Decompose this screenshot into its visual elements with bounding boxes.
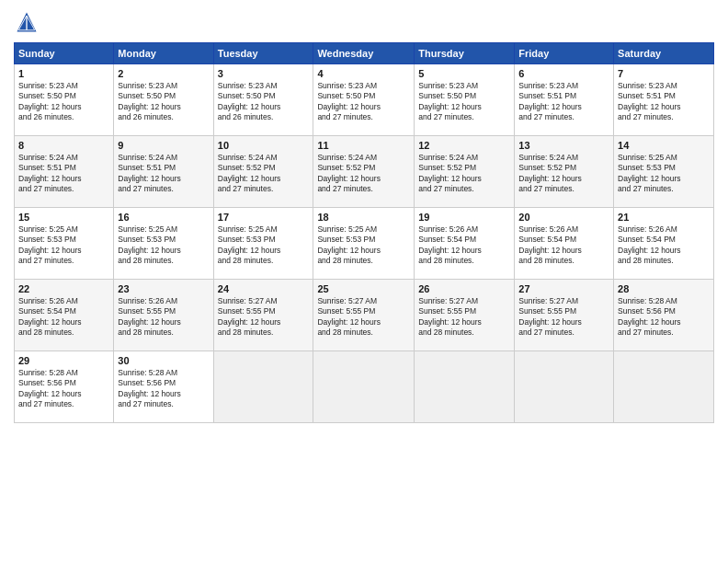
day-info: Sunrise: 5:28 AM Sunset: 5:56 PM Dayligh… [18, 368, 109, 410]
calendar-cell: 26Sunrise: 5:27 AM Sunset: 5:55 PM Dayli… [415, 280, 515, 351]
day-number: 2 [118, 68, 209, 79]
day-info: Sunrise: 5:26 AM Sunset: 5:55 PM Dayligh… [118, 296, 209, 339]
calendar-week-1: 1Sunrise: 5:23 AM Sunset: 5:50 PM Daylig… [15, 64, 714, 136]
calendar-cell: 1Sunrise: 5:23 AM Sunset: 5:50 PM Daylig… [15, 64, 114, 136]
day-info: Sunrise: 5:26 AM Sunset: 5:54 PM Dayligh… [518, 224, 609, 267]
day-info: Sunrise: 5:24 AM Sunset: 5:52 PM Dayligh… [518, 153, 609, 195]
calendar-cell: 7Sunrise: 5:23 AM Sunset: 5:51 PM Daylig… [614, 64, 714, 136]
header-cell-thursday: Thursday [415, 43, 515, 64]
day-number: 9 [118, 140, 209, 151]
day-number: 13 [518, 140, 609, 151]
day-info: Sunrise: 5:25 AM Sunset: 5:53 PM Dayligh… [618, 153, 710, 195]
calendar-cell: 28Sunrise: 5:28 AM Sunset: 5:56 PM Dayli… [614, 280, 714, 351]
calendar-cell: 2Sunrise: 5:23 AM Sunset: 5:50 PM Daylig… [114, 64, 213, 136]
day-info: Sunrise: 5:27 AM Sunset: 5:55 PM Dayligh… [418, 296, 510, 339]
day-number: 24 [218, 283, 310, 294]
day-info: Sunrise: 5:26 AM Sunset: 5:54 PM Dayligh… [18, 296, 109, 339]
day-number: 11 [317, 140, 410, 151]
calendar-cell: 30Sunrise: 5:28 AM Sunset: 5:56 PM Dayli… [114, 351, 213, 423]
calendar-cell: 19Sunrise: 5:26 AM Sunset: 5:54 PM Dayli… [415, 208, 515, 280]
day-number: 29 [18, 355, 109, 366]
calendar-cell [515, 351, 614, 423]
day-info: Sunrise: 5:25 AM Sunset: 5:53 PM Dayligh… [18, 224, 109, 267]
calendar-cell [213, 351, 313, 423]
day-info: Sunrise: 5:25 AM Sunset: 5:53 PM Dayligh… [118, 224, 209, 267]
calendar-cell [313, 351, 415, 423]
calendar-cell: 11Sunrise: 5:24 AM Sunset: 5:52 PM Dayli… [313, 136, 415, 208]
calendar-cell: 27Sunrise: 5:27 AM Sunset: 5:55 PM Dayli… [515, 280, 614, 351]
calendar-cell: 22Sunrise: 5:26 AM Sunset: 5:54 PM Dayli… [15, 280, 114, 351]
calendar-cell: 25Sunrise: 5:27 AM Sunset: 5:55 PM Dayli… [313, 280, 415, 351]
day-number: 28 [618, 283, 710, 294]
day-number: 22 [18, 283, 109, 294]
day-info: Sunrise: 5:23 AM Sunset: 5:51 PM Dayligh… [618, 81, 710, 123]
calendar-cell: 14Sunrise: 5:25 AM Sunset: 5:53 PM Dayli… [614, 136, 714, 208]
calendar-cell: 6Sunrise: 5:23 AM Sunset: 5:51 PM Daylig… [515, 64, 614, 136]
day-info: Sunrise: 5:23 AM Sunset: 5:51 PM Dayligh… [518, 81, 609, 123]
header-cell-sunday: Sunday [15, 43, 114, 64]
calendar-cell: 16Sunrise: 5:25 AM Sunset: 5:53 PM Dayli… [114, 208, 213, 280]
day-info: Sunrise: 5:24 AM Sunset: 5:52 PM Dayligh… [317, 153, 410, 195]
day-number: 14 [618, 140, 710, 151]
calendar-cell: 8Sunrise: 5:24 AM Sunset: 5:51 PM Daylig… [15, 136, 114, 208]
day-info: Sunrise: 5:24 AM Sunset: 5:52 PM Dayligh… [418, 153, 510, 195]
calendar-cell: 18Sunrise: 5:25 AM Sunset: 5:53 PM Dayli… [313, 208, 415, 280]
calendar-week-4: 22Sunrise: 5:26 AM Sunset: 5:54 PM Dayli… [15, 280, 714, 351]
day-number: 6 [518, 68, 609, 79]
calendar-cell: 3Sunrise: 5:23 AM Sunset: 5:50 PM Daylig… [213, 64, 313, 136]
day-number: 3 [218, 68, 310, 79]
calendar-cell: 20Sunrise: 5:26 AM Sunset: 5:54 PM Dayli… [515, 208, 614, 280]
day-number: 15 [18, 212, 109, 223]
day-info: Sunrise: 5:23 AM Sunset: 5:50 PM Dayligh… [317, 81, 410, 123]
header-cell-wednesday: Wednesday [313, 43, 415, 64]
calendar-cell: 12Sunrise: 5:24 AM Sunset: 5:52 PM Dayli… [415, 136, 515, 208]
day-info: Sunrise: 5:25 AM Sunset: 5:53 PM Dayligh… [218, 224, 310, 267]
header-cell-monday: Monday [114, 43, 213, 64]
calendar-cell: 23Sunrise: 5:26 AM Sunset: 5:55 PM Dayli… [114, 280, 213, 351]
day-info: Sunrise: 5:26 AM Sunset: 5:54 PM Dayligh… [418, 224, 510, 267]
header-cell-tuesday: Tuesday [213, 43, 313, 64]
day-info: Sunrise: 5:27 AM Sunset: 5:55 PM Dayligh… [518, 296, 609, 339]
header-cell-saturday: Saturday [614, 43, 714, 64]
day-info: Sunrise: 5:26 AM Sunset: 5:54 PM Dayligh… [618, 224, 710, 267]
day-info: Sunrise: 5:24 AM Sunset: 5:51 PM Dayligh… [18, 153, 109, 195]
day-number: 7 [618, 68, 710, 79]
day-info: Sunrise: 5:24 AM Sunset: 5:51 PM Dayligh… [118, 153, 209, 195]
day-info: Sunrise: 5:23 AM Sunset: 5:50 PM Dayligh… [18, 81, 109, 123]
page: SundayMondayTuesdayWednesdayThursdayFrid… [0, 0, 728, 563]
day-number: 30 [118, 355, 209, 366]
day-info: Sunrise: 5:23 AM Sunset: 5:50 PM Dayligh… [418, 81, 510, 123]
day-info: Sunrise: 5:24 AM Sunset: 5:52 PM Dayligh… [218, 153, 310, 195]
day-number: 8 [18, 140, 109, 151]
calendar-cell: 13Sunrise: 5:24 AM Sunset: 5:52 PM Dayli… [515, 136, 614, 208]
calendar-cell: 4Sunrise: 5:23 AM Sunset: 5:50 PM Daylig… [313, 64, 415, 136]
day-number: 21 [618, 212, 710, 223]
day-number: 16 [118, 212, 209, 223]
day-number: 4 [317, 68, 410, 79]
header [14, 9, 714, 35]
day-number: 1 [18, 68, 109, 79]
calendar-cell: 15Sunrise: 5:25 AM Sunset: 5:53 PM Dayli… [15, 208, 114, 280]
calendar-cell [614, 351, 714, 423]
calendar-week-2: 8Sunrise: 5:24 AM Sunset: 5:51 PM Daylig… [15, 136, 714, 208]
calendar-cell: 29Sunrise: 5:28 AM Sunset: 5:56 PM Dayli… [15, 351, 114, 423]
day-number: 5 [418, 68, 510, 79]
day-info: Sunrise: 5:28 AM Sunset: 5:56 PM Dayligh… [618, 296, 710, 339]
header-cell-friday: Friday [515, 43, 614, 64]
day-number: 10 [218, 140, 310, 151]
logo [14, 9, 43, 35]
day-number: 17 [218, 212, 310, 223]
calendar: SundayMondayTuesdayWednesdayThursdayFrid… [14, 42, 714, 423]
calendar-week-3: 15Sunrise: 5:25 AM Sunset: 5:53 PM Dayli… [15, 208, 714, 280]
day-number: 12 [418, 140, 510, 151]
day-info: Sunrise: 5:28 AM Sunset: 5:56 PM Dayligh… [118, 368, 209, 410]
calendar-cell: 17Sunrise: 5:25 AM Sunset: 5:53 PM Dayli… [213, 208, 313, 280]
day-info: Sunrise: 5:23 AM Sunset: 5:50 PM Dayligh… [218, 81, 310, 123]
day-number: 23 [118, 283, 209, 294]
calendar-cell: 10Sunrise: 5:24 AM Sunset: 5:52 PM Dayli… [213, 136, 313, 208]
calendar-cell: 21Sunrise: 5:26 AM Sunset: 5:54 PM Dayli… [614, 208, 714, 280]
day-number: 18 [317, 212, 410, 223]
day-number: 27 [518, 283, 609, 294]
calendar-week-5: 29Sunrise: 5:28 AM Sunset: 5:56 PM Dayli… [15, 351, 714, 423]
day-number: 19 [418, 212, 510, 223]
